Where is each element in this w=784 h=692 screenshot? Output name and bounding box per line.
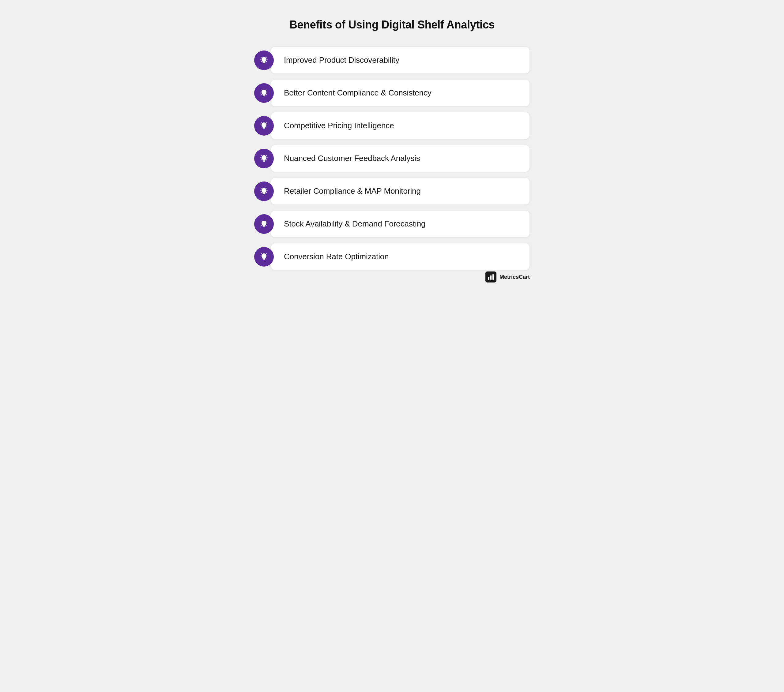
benefit-row: Better Content Compliance & Consistency	[254, 79, 530, 107]
svg-rect-27	[263, 160, 265, 161]
svg-rect-37	[263, 194, 265, 194]
benefit-card: Conversion Rate Optimization	[271, 243, 530, 270]
branding: MetricsCart	[486, 271, 530, 283]
benefit-card: Nuanced Customer Feedback Analysis	[271, 145, 530, 172]
brand-logo-icon	[486, 271, 496, 283]
benefit-row: Conversion Rate Optimization	[254, 243, 530, 270]
benefit-icon-circle	[254, 83, 274, 103]
benefit-icon-circle	[254, 149, 274, 168]
svg-line-3	[262, 57, 262, 57]
benefit-card: Stock Availability & Demand Forecasting	[271, 210, 530, 237]
lightbulb-icon	[259, 56, 268, 65]
svg-rect-46	[263, 227, 265, 227]
benefit-icon-circle	[254, 116, 274, 136]
benefit-row: Nuanced Customer Feedback Analysis	[254, 145, 530, 172]
lightbulb-icon	[259, 89, 268, 98]
svg-line-21	[262, 122, 262, 123]
svg-rect-64	[490, 275, 491, 280]
benefit-card: Improved Product Discoverability	[271, 46, 530, 74]
svg-line-16	[262, 94, 262, 94]
benefit-label: Better Content Compliance & Consistency	[284, 88, 432, 97]
benefit-row: Retailer Compliance & MAP Monitoring	[254, 178, 530, 205]
lightbulb-icon	[259, 219, 268, 228]
page-title: Benefits of Using Digital Shelf Analytic…	[290, 18, 494, 31]
lightbulb-icon	[259, 252, 268, 261]
svg-line-12	[262, 90, 262, 90]
lightbulb-icon	[259, 187, 268, 196]
svg-rect-19	[263, 128, 265, 129]
benefit-row: Improved Product Discoverability	[254, 46, 530, 74]
page-container: Benefits of Using Digital Shelf Analytic…	[254, 18, 530, 270]
benefit-row: Competitive Pricing Intelligence	[254, 112, 530, 139]
svg-rect-54	[263, 259, 265, 259]
svg-rect-10	[263, 95, 265, 96]
svg-rect-55	[263, 259, 265, 260]
svg-rect-0	[263, 62, 265, 63]
svg-rect-1	[263, 63, 265, 63]
benefit-icon-circle	[254, 181, 274, 201]
benefit-icon-circle	[254, 214, 274, 234]
benefit-label: Retailer Compliance & MAP Monitoring	[284, 186, 421, 196]
svg-line-30	[262, 155, 262, 156]
benefit-label: Conversion Rate Optimization	[284, 252, 389, 261]
svg-rect-18	[263, 128, 265, 128]
svg-rect-65	[492, 274, 494, 280]
svg-rect-45	[263, 226, 265, 227]
benefit-label: Competitive Pricing Intelligence	[284, 121, 394, 130]
benefits-list: Improved Product Discoverability Better …	[254, 46, 530, 270]
benefit-label: Nuanced Customer Feedback Analysis	[284, 154, 420, 163]
benefit-row: Stock Availability & Demand Forecasting	[254, 210, 530, 237]
benefit-card: Better Content Compliance & Consistency	[271, 79, 530, 107]
benefit-icon-circle	[254, 51, 274, 70]
benefit-label: Stock Availability & Demand Forecasting	[284, 219, 425, 228]
svg-rect-63	[488, 277, 489, 280]
benefit-label: Improved Product Discoverability	[284, 55, 399, 64]
svg-line-39	[262, 188, 262, 188]
svg-rect-36	[263, 193, 265, 194]
svg-line-43	[262, 192, 262, 192]
svg-line-52	[262, 225, 262, 225]
svg-line-34	[262, 159, 262, 160]
benefit-card: Competitive Pricing Intelligence	[271, 112, 530, 139]
benefit-icon-circle	[254, 247, 274, 266]
svg-rect-9	[263, 95, 265, 95]
svg-line-57	[262, 253, 262, 254]
brand-name: MetricsCart	[499, 274, 530, 280]
svg-line-61	[262, 258, 262, 258]
lightbulb-icon	[259, 121, 268, 130]
lightbulb-icon	[259, 154, 268, 163]
svg-rect-28	[263, 161, 265, 162]
benefit-card: Retailer Compliance & MAP Monitoring	[271, 178, 530, 205]
